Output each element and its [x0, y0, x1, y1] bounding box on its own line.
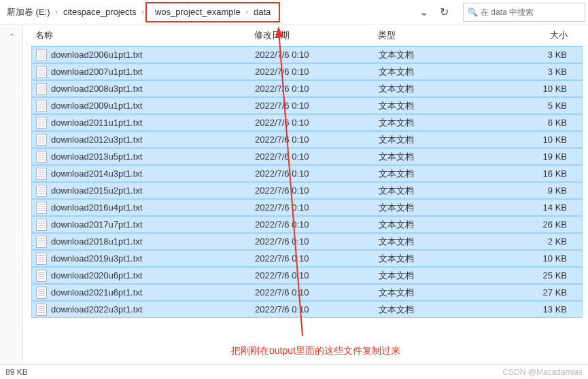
breadcrumb[interactable]: 新加卷 (E:) › citespace_projects › wos_proj… — [3, 3, 414, 22]
file-date: 2022/7/6 0:10 — [255, 219, 379, 230]
file-type: 文本文档 — [379, 202, 486, 214]
file-size: 2 KB — [486, 236, 582, 247]
file-icon — [36, 49, 47, 61]
column-headers: 名称 修改日期 类型 大小 — [23, 24, 588, 46]
crumb-folder-1[interactable]: citespace_projects — [59, 4, 141, 20]
header-type[interactable]: 类型 — [378, 29, 485, 41]
file-date: 2022/7/6 0:10 — [255, 253, 379, 264]
refresh-icon[interactable]: ↻ — [434, 3, 453, 21]
file-name: download2007u1pt1.txt — [51, 67, 142, 77]
file-name: download2009u1pt1.txt — [51, 101, 142, 111]
search-field[interactable] — [481, 7, 581, 17]
file-date: 2022/7/6 0:10 — [255, 304, 379, 314]
table-row[interactable]: download2012u3pt1.txt 2022/7/6 0:10 文本文档… — [31, 131, 583, 148]
chevron-up-icon[interactable]: ⌃ — [9, 33, 14, 40]
table-row[interactable]: download2007u1pt1.txt 2022/7/6 0:10 文本文档… — [31, 63, 583, 80]
file-size: 19 KB — [486, 151, 582, 162]
file-date: 2022/7/6 0:10 — [255, 236, 379, 247]
file-size: 9 KB — [486, 185, 582, 196]
file-date: 2022/7/6 0:10 — [255, 151, 379, 162]
table-row[interactable]: download2018u1pt1.txt 2022/7/6 0:10 文本文档… — [31, 233, 583, 250]
file-icon — [36, 151, 47, 163]
crumb-drive[interactable]: 新加卷 (E:) — [3, 3, 54, 21]
header-name[interactable]: 名称 — [23, 29, 254, 41]
file-type: 文本文档 — [379, 253, 486, 265]
file-name: download2022u3pt1.txt — [51, 304, 142, 314]
file-type: 文本文档 — [379, 83, 486, 95]
file-type: 文本文档 — [379, 151, 486, 163]
header-date[interactable]: 修改日期 — [254, 29, 378, 41]
file-name: download2012u3pt1.txt — [51, 134, 142, 145]
file-name: download2018u1pt1.txt — [51, 236, 142, 247]
file-icon — [36, 100, 47, 112]
file-list: 名称 修改日期 类型 大小 download2006u1pt1.txt 2022… — [23, 24, 588, 364]
file-name: download2016u4pt1.txt — [51, 202, 142, 213]
file-date: 2022/7/6 0:10 — [255, 202, 379, 213]
file-icon — [36, 134, 47, 146]
table-row[interactable]: download2017u7pt1.txt 2022/7/6 0:10 文本文档… — [31, 216, 583, 233]
table-row[interactable]: download2009u1pt1.txt 2022/7/6 0:10 文本文档… — [31, 97, 583, 114]
file-icon — [36, 66, 47, 78]
file-icon — [36, 185, 47, 197]
file-size: 5 KB — [486, 101, 582, 111]
table-row[interactable]: download2013u5pt1.txt 2022/7/6 0:10 文本文档… — [31, 148, 583, 165]
file-name: download2021u6pt1.txt — [51, 287, 142, 297]
header-size[interactable]: 大小 — [485, 29, 588, 41]
table-row[interactable]: download2019u3pt1.txt 2022/7/6 0:10 文本文档… — [31, 250, 583, 267]
table-row[interactable]: download2008u3pt1.txt 2022/7/6 0:10 文本文档… — [31, 80, 583, 97]
table-row[interactable]: download2014u3pt1.txt 2022/7/6 0:10 文本文档… — [31, 165, 583, 182]
file-date: 2022/7/6 0:10 — [255, 270, 379, 281]
file-size: 27 KB — [486, 287, 582, 297]
file-icon — [36, 304, 47, 316]
file-size: 10 KB — [486, 134, 582, 145]
file-name: download2008u3pt1.txt — [51, 84, 142, 94]
file-date: 2022/7/6 0:10 — [255, 67, 379, 77]
search-input[interactable]: 🔍 — [463, 3, 585, 22]
file-date: 2022/7/6 0:10 — [255, 118, 379, 128]
highlighted-path: wos_project_example › data — [145, 2, 280, 22]
file-name: download2015u2pt1.txt — [51, 185, 142, 196]
file-name: download2006u1pt1.txt — [51, 50, 142, 60]
file-type: 文本文档 — [379, 168, 486, 180]
file-name: download2011u1pt1.txt — [51, 118, 142, 128]
search-icon: 🔍 — [468, 7, 478, 17]
chevron-right-icon: › — [245, 8, 249, 16]
file-icon — [36, 236, 47, 248]
file-type: 文本文档 — [379, 185, 486, 197]
file-icon — [36, 117, 47, 129]
table-row[interactable]: download2006u1pt1.txt 2022/7/6 0:10 文本文档… — [31, 46, 583, 63]
file-date: 2022/7/6 0:10 — [255, 84, 379, 94]
file-icon — [36, 253, 47, 265]
table-row[interactable]: download2011u1pt1.txt 2022/7/6 0:10 文本文档… — [31, 114, 583, 131]
sidebar: ⌃ — [0, 24, 23, 364]
dropdown-icon[interactable]: ⌄ — [414, 3, 433, 21]
file-icon — [36, 168, 47, 180]
file-type: 文本文档 — [379, 287, 486, 299]
file-size: 16 KB — [486, 168, 582, 179]
file-type: 文本文档 — [379, 236, 486, 248]
file-name: download2014u3pt1.txt — [51, 168, 142, 179]
file-size: 14 KB — [486, 202, 582, 213]
table-row[interactable]: download2022u3pt1.txt 2022/7/6 0:10 文本文档… — [31, 301, 583, 318]
crumb-folder-3[interactable]: data — [249, 4, 275, 20]
file-date: 2022/7/6 0:10 — [255, 50, 379, 60]
file-size: 25 KB — [486, 270, 582, 281]
file-type: 文本文档 — [379, 270, 486, 282]
file-type: 文本文档 — [379, 66, 486, 78]
table-row[interactable]: download2015u2pt1.txt 2022/7/6 0:10 文本文档… — [31, 182, 583, 199]
table-row[interactable]: download2016u4pt1.txt 2022/7/6 0:10 文本文档… — [31, 199, 583, 216]
file-name: download2020u6pt1.txt — [51, 270, 142, 281]
file-date: 2022/7/6 0:10 — [255, 134, 379, 145]
table-row[interactable]: download2021u6pt1.txt 2022/7/6 0:10 文本文档… — [31, 284, 583, 301]
file-date: 2022/7/6 0:10 — [255, 185, 379, 196]
file-type: 文本文档 — [379, 117, 486, 129]
table-row[interactable]: download2020u6pt1.txt 2022/7/6 0:10 文本文档… — [31, 267, 583, 284]
file-icon — [36, 287, 47, 299]
file-type: 文本文档 — [379, 219, 486, 231]
file-size: 3 KB — [486, 67, 582, 77]
address-toolbar: 新加卷 (E:) › citespace_projects › wos_proj… — [0, 0, 588, 24]
file-type: 文本文档 — [379, 49, 486, 61]
crumb-folder-2[interactable]: wos_project_example — [151, 4, 245, 20]
file-name: download2017u7pt1.txt — [51, 219, 142, 230]
chevron-right-icon: › — [141, 8, 145, 16]
